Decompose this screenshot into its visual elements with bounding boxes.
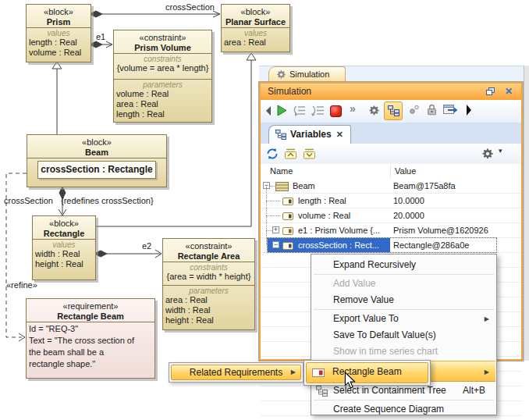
stop-icon[interactable] [330, 105, 342, 117]
constraint-expression: {area = width * height} [165, 272, 252, 282]
block-name: Rectangle Area [163, 251, 254, 262]
generalization-beam-prism [52, 62, 62, 134]
compartment-label: values [224, 29, 287, 37]
simulation-titlebar[interactable]: Simulation ✕ [261, 84, 521, 100]
binding-connector-e1 [90, 41, 112, 48]
constraint-expression: {volume = area * length} [116, 63, 209, 73]
association-crosssection-top [90, 11, 220, 17]
submenu-item-rectangle-beam[interactable]: Rectangle Beam [306, 362, 428, 383]
settings-gear-icon[interactable] [481, 148, 494, 160]
refresh-icon[interactable] [266, 148, 279, 160]
constraint-rectangle-area[interactable]: «constraint» Rectangle Area constraints … [162, 238, 255, 330]
requirement-rectangle-beam[interactable]: «requirement» Rectangle Beam Id = "REQ-3… [26, 298, 155, 379]
compartment-label: parameters [116, 80, 209, 89]
requirement-line: Text = "The cross section of [29, 335, 152, 347]
window-title: Simulation [268, 86, 311, 97]
menu-item-show-time-series: Show in time series chart [312, 343, 495, 360]
tab-label: Variables [290, 126, 332, 144]
block-name: Rectangle [33, 229, 95, 239]
edge-label-crosssection-top: crossSection [165, 2, 215, 12]
block-name: Beam [27, 148, 166, 158]
collapse-value-icon[interactable] [304, 148, 316, 159]
block-name: Rectangle Beam [27, 311, 154, 322]
variables-tree-icon [388, 105, 399, 116]
dropdown-caret-icon[interactable]: ▾ [499, 147, 502, 155]
toolbar-more-icon[interactable] [466, 105, 472, 116]
menu-item-remove-value[interactable]: Remove Value [312, 292, 495, 308]
compartment-label: values [29, 29, 88, 37]
column-name[interactable]: Name [270, 164, 293, 179]
parameter-line: height : Real [165, 315, 252, 326]
edge-label-crosssection-left: crossSection [4, 196, 53, 205]
expand-value-icon[interactable] [285, 148, 297, 159]
variables-tab-icon [275, 130, 286, 140]
table-row-volume[interactable]: volume : Real 20.0000 [261, 208, 521, 223]
animation-speed-icon[interactable]: » [350, 102, 356, 115]
block-beam[interactable]: «block» Beam crossSection : Rectangle [27, 134, 167, 187]
tab-close-icon[interactable]: ✕ [336, 126, 343, 144]
block-prism[interactable]: «block» Prism values length : Real volum… [26, 4, 91, 62]
stereotype: «block» [27, 7, 91, 17]
edge-label-e2: e2 [142, 241, 151, 251]
parameter-line: length : Real [116, 109, 209, 119]
table-row-beam[interactable]: − Beam Beam@175a8fa [261, 179, 521, 194]
stereotype: «requirement» [27, 301, 154, 311]
block-name: Prism [27, 17, 91, 27]
submenu-arrow-icon: ▶ [485, 364, 489, 380]
options-gear-icon[interactable] [368, 105, 380, 116]
mouse-cursor [344, 372, 356, 389]
submenu-arrow-icon: ▶ [485, 311, 489, 327]
constraint-prism-volume[interactable]: «constraint» Prism Volume constraints {v… [113, 30, 212, 123]
related-requirements-box: Related Requirements ▶ [169, 362, 304, 383]
block-rectangle[interactable]: «block» Rectangle values width : Real he… [32, 215, 96, 280]
block-planar-surface[interactable]: «block» Planar Surface values area : Rea… [221, 4, 290, 52]
menu-item-export-value-to[interactable]: Export Value To ▶ [312, 311, 495, 327]
trigger-back-icon[interactable] [264, 105, 272, 116]
constraint-property-icon [282, 227, 293, 235]
app-window-edge [524, 66, 529, 361]
block-name: Prism Volume [114, 43, 211, 53]
stereotype: «block» [27, 137, 166, 148]
column-value[interactable]: Value [395, 164, 416, 179]
breakpoints-icon[interactable] [409, 105, 420, 115]
dock-tab-simulation[interactable]: Simulation [268, 66, 346, 83]
table-row-e1[interactable]: + e1 : Prism Volume {... Prism Volume@16… [261, 223, 521, 238]
menu-item-expand-recursively[interactable]: Expand Recursively [312, 257, 495, 273]
shortcut-label: Alt+B [463, 383, 485, 399]
row-value: Beam@175a8fa [393, 179, 456, 193]
compartment-label: values [35, 240, 93, 249]
step-over-icon [311, 105, 325, 116]
menu-item-add-value: Add Value [312, 276, 495, 292]
stereotype: «constraint» [163, 241, 254, 251]
run-icon[interactable] [277, 105, 287, 116]
variables-pane-toggle[interactable] [384, 101, 403, 120]
menu-item-save-to-default[interactable]: Save To Default Value(s) [312, 327, 495, 343]
gear-icon [276, 69, 286, 80]
menu-item-create-sequence-diagram[interactable]: Create Sequence Diagram [312, 401, 495, 418]
value-property-icon [282, 212, 293, 220]
parameter-line: area : Real [165, 295, 252, 305]
parameter-line: volume : Real [116, 89, 209, 99]
context-menu: Expand Recursively Add Value Remove Valu… [311, 254, 497, 415]
value-line: length : Real [29, 37, 88, 48]
float-window-icon[interactable] [486, 87, 495, 96]
row-name: length : Real [298, 194, 346, 208]
value-property-icon [282, 198, 293, 205]
block-icon [275, 182, 289, 191]
simulation-toolbar: » [261, 100, 521, 123]
row-value: Prism Volume@1620926 [393, 223, 488, 237]
table-row-crosssection-selected[interactable]: − crossSection : Rect... Rectangle@286a0… [261, 238, 521, 253]
export-console-icon[interactable] [443, 104, 458, 115]
expander-icon[interactable]: + [272, 226, 279, 233]
table-row-length[interactable]: length : Real 10.0000 [261, 194, 521, 208]
row-value: 10.0000 [393, 194, 424, 208]
requirement-line: Id = "REQ-3" [29, 323, 152, 335]
tab-variables[interactable]: Variables ✕ [268, 125, 351, 144]
close-icon[interactable]: ✕ [505, 84, 513, 100]
value-line: area : Real [224, 37, 287, 48]
menu-item-related-requirements[interactable]: Related Requirements ▶ [171, 365, 301, 380]
part-property-crosssection[interactable]: crossSection : Rectangle [37, 161, 156, 179]
parameter-line: width : Real [165, 305, 252, 315]
submenu-arrow-icon: ▶ [291, 365, 296, 379]
related-requirements-submenu: Rectangle Beam [304, 360, 431, 386]
